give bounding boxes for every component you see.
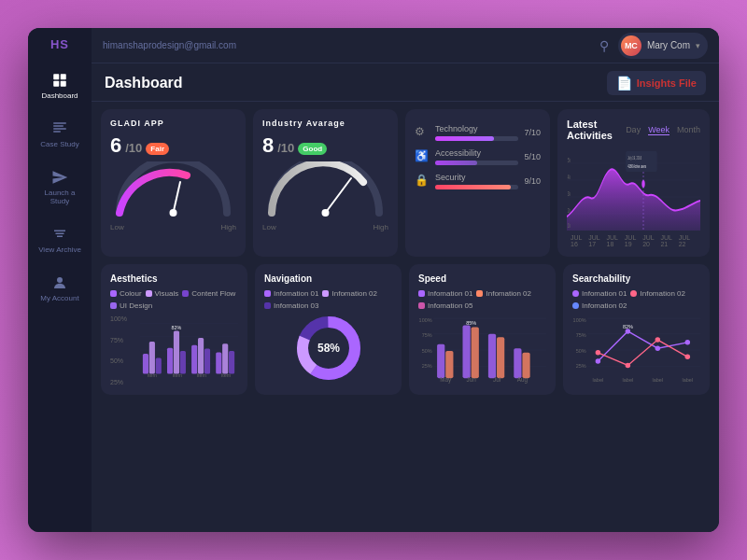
sidebar-item-account[interactable]: My Account (34, 269, 86, 308)
svg-point-75 (655, 345, 660, 350)
svg-text:58%: 58% (317, 342, 339, 355)
sidebar-item-casestudy[interactable]: Case Study (34, 115, 86, 154)
svg-text:July 19, 2016: July 19, 2016 (627, 155, 641, 161)
speed-card: Speed Infomation 01 Infomation 02 Infoma… (409, 264, 556, 395)
aesthetics-title: Aesthetics (110, 273, 238, 284)
svg-text:1k: 1k (568, 221, 571, 229)
svg-rect-34 (191, 345, 197, 374)
svg-rect-52 (437, 344, 444, 379)
search-button[interactable]: ⚲ (599, 38, 609, 53)
insights-file-button[interactable]: 📄 Insights File (607, 71, 706, 95)
gladi-app-card: GLADI APP 6/10 Fair (101, 109, 246, 257)
user-badge[interactable]: MC Mary Com ▾ (618, 33, 708, 59)
user-name: Mary Com (647, 40, 690, 50)
svg-rect-58 (497, 337, 504, 378)
svg-text:Item: Item (173, 372, 183, 378)
security-icon: 🔒 (415, 174, 430, 189)
svg-text:label: label (593, 377, 604, 383)
gladi-gauge-svg (110, 161, 236, 217)
sidebar-logo: HS (50, 37, 69, 51)
svg-point-77 (596, 350, 600, 355)
dashboard-icon (51, 72, 68, 89)
svg-text:25%: 25% (422, 363, 432, 369)
industry-title: Industry Avarage (262, 119, 388, 128)
svg-text:100%: 100% (419, 317, 432, 323)
svg-point-8 (322, 209, 330, 217)
aesthetics-chart: 82% Item Item Item (110, 315, 238, 385)
svg-point-78 (626, 363, 630, 368)
svg-text:50%: 50% (422, 348, 432, 354)
industry-avg-card: Industry Avarage 8/10 Good (253, 109, 398, 257)
svg-rect-32 (180, 351, 186, 374)
tab-group: Day Week Month (626, 125, 700, 135)
accessibility-icon: ♿ (415, 149, 430, 164)
activities-card: Latest Activities Day Week Month (557, 109, 710, 257)
svg-rect-53 (445, 351, 453, 378)
navigation-card: Navigation Infomation 01 Infomation 02 I… (255, 264, 402, 395)
svg-point-80 (685, 355, 690, 359)
industry-gauge-svg (262, 161, 388, 217)
svg-point-79 (655, 337, 660, 342)
navigation-title: Navigation (264, 273, 392, 284)
svg-rect-36 (204, 349, 210, 374)
svg-line-7 (326, 178, 352, 213)
svg-text:label: label (683, 377, 694, 383)
tab-day[interactable]: Day (626, 125, 641, 135)
svg-rect-2 (53, 81, 59, 87)
tab-week[interactable]: Week (648, 125, 669, 135)
industry-value: 8/10 (262, 133, 294, 158)
tab-month[interactable]: Month (677, 125, 700, 135)
avatar: MC (621, 35, 641, 56)
svg-text:50%: 50% (576, 348, 586, 354)
searchability-title: Searchability (572, 273, 700, 284)
aesthetics-legend: Colour Visuals Content Flow UI Design (110, 289, 238, 310)
archive-icon (51, 226, 68, 243)
svg-text:4180 Active users: 4180 Active users (627, 163, 646, 170)
dashboard-body: GLADI APP 6/10 Fair (92, 102, 719, 532)
svg-rect-39 (229, 351, 234, 374)
svg-point-73 (596, 358, 600, 363)
sidebar-item-archive[interactable]: View Archive (34, 220, 86, 259)
sidebar-item-dashboard[interactable]: Dashboard (34, 66, 86, 105)
svg-point-4 (57, 277, 63, 283)
svg-text:Jun: Jun (466, 376, 476, 383)
svg-rect-54 (462, 326, 470, 379)
svg-text:label: label (653, 377, 664, 383)
svg-text:4k: 4k (568, 173, 571, 180)
svg-text:82%: 82% (172, 325, 182, 330)
svg-rect-28 (149, 342, 155, 374)
metrics-card: ⚙ Technology 7/10 ♿ Accessibility (405, 109, 550, 257)
casestudy-icon (51, 120, 68, 137)
svg-rect-1 (61, 74, 66, 79)
topbar-right: ⚲ MC Mary Com ▾ (599, 33, 708, 59)
activities-title: Latest Activities (567, 119, 626, 141)
svg-text:75%: 75% (576, 332, 586, 338)
svg-text:3k: 3k (568, 189, 571, 197)
svg-text:May: May (440, 376, 452, 384)
svg-text:Item: Item (221, 372, 232, 378)
svg-rect-3 (61, 81, 66, 87)
gladi-gauge-labels: LowHigh (110, 223, 236, 231)
activities-chart: July 19, 2016 4180 Active users 5k 4k 3k… (567, 147, 700, 231)
topbar: himanshaprodesign@gmail.com ⚲ MC Mary Co… (92, 28, 719, 63)
searchability-legend: Infomation 01 Infomation 02 Infomation 0… (572, 289, 700, 310)
svg-rect-37 (216, 352, 221, 373)
chevron-down-icon: ▾ (696, 41, 700, 50)
svg-text:Jul: Jul (493, 376, 500, 383)
file-icon: 📄 (616, 76, 632, 91)
svg-point-6 (170, 209, 177, 217)
svg-point-76 (685, 340, 690, 344)
svg-rect-0 (53, 74, 59, 79)
sidebar-label-casestudy: Case Study (40, 140, 78, 148)
sidebar: HS Dashboard Case Study Launch a Study V… (28, 28, 92, 532)
app-container: HS Dashboard Case Study Launch a Study V… (28, 28, 719, 532)
industry-gauge-labels: LowHigh (262, 223, 388, 231)
launch-icon (51, 169, 68, 186)
searchability-card: Searchability Infomation 01 Infomation 0… (563, 264, 710, 395)
account-icon (51, 274, 68, 291)
svg-rect-57 (488, 334, 496, 378)
speed-legend: Infomation 01 Infomation 02 Infomation 0… (418, 289, 546, 310)
svg-text:100%: 100% (573, 317, 586, 323)
activities-header: Latest Activities Day Week Month (567, 119, 700, 141)
sidebar-item-launch[interactable]: Launch a Study (34, 163, 86, 211)
